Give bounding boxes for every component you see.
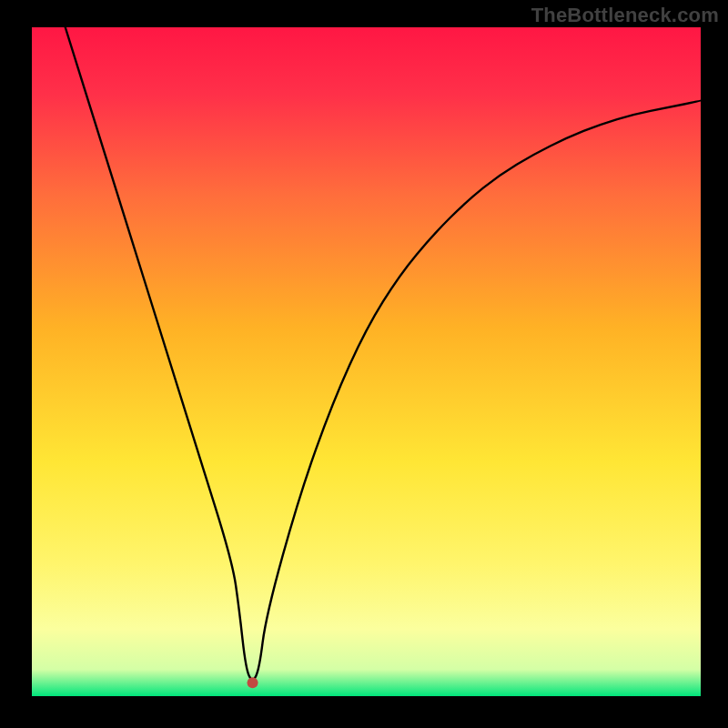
optimum-marker [248, 677, 258, 688]
watermark-text: TheBottleneck.com [531, 4, 719, 27]
bottleneck-chart [0, 0, 728, 728]
chart-stage: TheBottleneck.com [0, 0, 728, 728]
plot-area [32, 27, 701, 696]
